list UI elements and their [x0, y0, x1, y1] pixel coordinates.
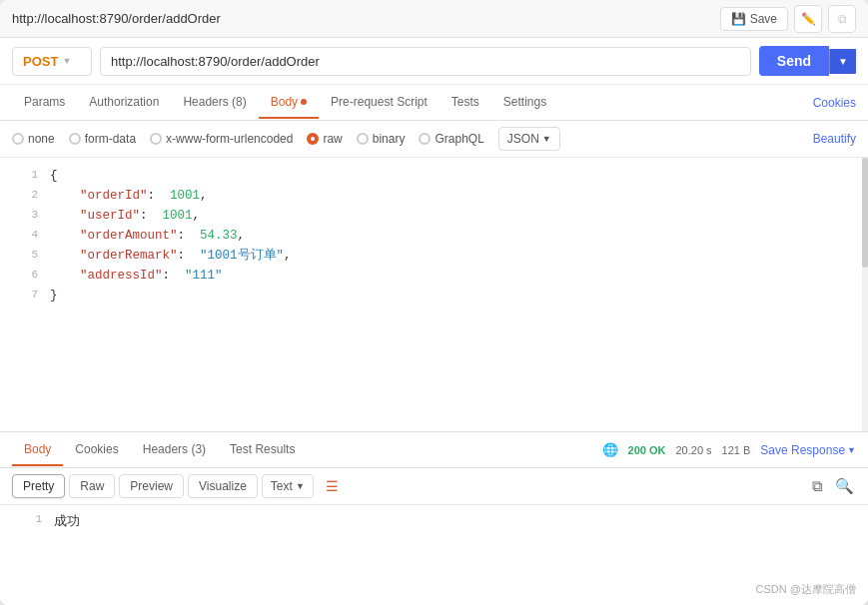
radio-urlencoded[interactable]: x-www-form-urlencoded: [150, 132, 293, 146]
url-bar: POST ▼ Send ▼: [0, 38, 868, 85]
request-tabs-list: Params Authorization Headers (8) Body Pr…: [12, 87, 558, 119]
main-content: 1 { 2 "orderId": 1001, 3 "userId": 1001,…: [0, 158, 868, 605]
radio-graphql-circle: [419, 133, 431, 145]
save-icon: 💾: [731, 12, 746, 26]
format-pretty-button[interactable]: Pretty: [12, 474, 65, 498]
title-actions: 💾 Save ✏️ ⧉: [720, 5, 856, 33]
filter-icon: ☰: [326, 478, 339, 494]
beautify-button[interactable]: Beautify: [813, 132, 856, 146]
json-editor[interactable]: 1 { 2 "orderId": 1001, 3 "userId": 1001,…: [0, 158, 868, 432]
response-meta: 🌐 200 OK 20.20 s 121 B Save Response ▼: [602, 442, 856, 457]
tab-authorization[interactable]: Authorization: [77, 87, 171, 119]
text-dropdown-label: Text: [271, 479, 293, 493]
response-tabs-list: Body Cookies Headers (3) Test Results: [12, 434, 307, 466]
tab-headers[interactable]: Headers (8): [171, 87, 258, 119]
radio-raw[interactable]: raw: [307, 132, 342, 146]
format-preview-button[interactable]: Preview: [119, 474, 184, 498]
tab-pre-request-script[interactable]: Pre-request Script: [319, 87, 439, 119]
radio-form-data[interactable]: form-data: [69, 132, 136, 146]
response-section: Body Cookies Headers (3) Test Results 🌐 …: [0, 432, 868, 605]
scrollbar-thumb: [862, 158, 868, 268]
save-button[interactable]: 💾 Save: [720, 7, 788, 31]
resp-tab-headers[interactable]: Headers (3): [131, 434, 218, 466]
json-line-2: 2 "orderId": 1001,: [0, 186, 868, 206]
format-label: JSON: [507, 132, 539, 146]
response-tools: ⧉ 🔍: [810, 475, 856, 497]
response-tabs-bar: Body Cookies Headers (3) Test Results 🌐 …: [0, 432, 868, 468]
edit-button[interactable]: ✏️: [794, 5, 822, 33]
tab-body[interactable]: Body: [259, 87, 319, 119]
body-dot-indicator: [301, 99, 307, 105]
copy-response-icon: ⧉: [812, 477, 823, 494]
format-dropdown[interactable]: JSON ▼: [498, 127, 560, 151]
resp-tab-test-results[interactable]: Test Results: [218, 434, 307, 466]
url-input[interactable]: [100, 47, 751, 76]
radio-none-circle: [12, 133, 24, 145]
radio-graphql[interactable]: GraphQL: [419, 132, 483, 146]
response-size: 121 B: [722, 444, 751, 456]
radio-binary-circle: [357, 133, 369, 145]
send-button-group: Send ▼: [759, 46, 856, 76]
response-format-bar: Pretty Raw Preview Visualize Text ▼ ☰ ⧉: [0, 468, 868, 505]
radio-form-data-circle: [69, 133, 81, 145]
format-raw-button[interactable]: Raw: [69, 474, 115, 498]
response-body: 1 成功: [0, 505, 868, 605]
json-line-4: 4 "orderAmount": 54.33,: [0, 226, 868, 246]
radio-urlencoded-circle: [150, 133, 162, 145]
json-line-6: 6 "addressId": "111": [0, 266, 868, 286]
copy-response-button[interactable]: ⧉: [810, 475, 825, 497]
method-chevron-icon: ▼: [62, 56, 71, 66]
send-dropdown-chevron-icon: ▼: [838, 56, 848, 67]
body-type-options: none form-data x-www-form-urlencoded raw…: [12, 127, 560, 151]
response-time: 20.20 s: [676, 444, 712, 456]
format-chevron-icon: ▼: [542, 134, 551, 144]
send-button-dropdown[interactable]: ▼: [829, 49, 856, 74]
cookies-link[interactable]: Cookies: [813, 96, 856, 110]
response-text-dropdown[interactable]: Text ▼: [262, 474, 314, 498]
response-line-1: 1 成功: [8, 513, 860, 530]
resp-tab-cookies[interactable]: Cookies: [63, 434, 130, 466]
title-url: http://localhost:8790/order/addOrder: [12, 11, 221, 26]
send-button-main[interactable]: Send: [759, 46, 829, 76]
save-response-chevron-icon: ▼: [847, 445, 856, 455]
request-tabs-nav: Params Authorization Headers (8) Body Pr…: [0, 85, 868, 121]
save-response-button[interactable]: Save Response ▼: [760, 443, 856, 457]
copy-button[interactable]: ⧉: [828, 5, 856, 33]
status-badge: 200 OK: [628, 444, 666, 456]
tab-params[interactable]: Params: [12, 87, 77, 119]
copy-icon: ⧉: [838, 12, 847, 26]
title-bar: http://localhost:8790/order/addOrder 💾 S…: [0, 0, 868, 38]
watermark: CSDN @达摩院高僧: [756, 582, 856, 597]
globe-icon: 🌐: [602, 442, 618, 457]
resp-tab-body[interactable]: Body: [12, 434, 63, 466]
text-dropdown-chevron-icon: ▼: [296, 481, 305, 491]
json-line-5: 5 "orderRemark": "1001号订单",: [0, 246, 868, 266]
pencil-icon: ✏️: [801, 12, 816, 26]
tab-settings[interactable]: Settings: [491, 87, 558, 119]
format-buttons: Pretty Raw Preview Visualize Text ▼ ☰: [12, 474, 347, 498]
json-line-3: 3 "userId": 1001,: [0, 206, 868, 226]
json-line-7: 7 }: [0, 286, 868, 305]
json-line-1: 1 {: [0, 166, 868, 186]
radio-raw-circle: [307, 133, 319, 145]
scrollbar[interactable]: [862, 158, 868, 431]
format-visualize-button[interactable]: Visualize: [188, 474, 258, 498]
radio-binary[interactable]: binary: [357, 132, 406, 146]
tab-tests[interactable]: Tests: [439, 87, 491, 119]
method-selector[interactable]: POST ▼: [12, 47, 92, 76]
method-label: POST: [23, 54, 58, 69]
filter-button[interactable]: ☰: [318, 474, 347, 498]
radio-none[interactable]: none: [12, 132, 55, 146]
search-icon: 🔍: [835, 477, 854, 494]
search-response-button[interactable]: 🔍: [833, 475, 856, 497]
body-options-bar: none form-data x-www-form-urlencoded raw…: [0, 121, 868, 158]
